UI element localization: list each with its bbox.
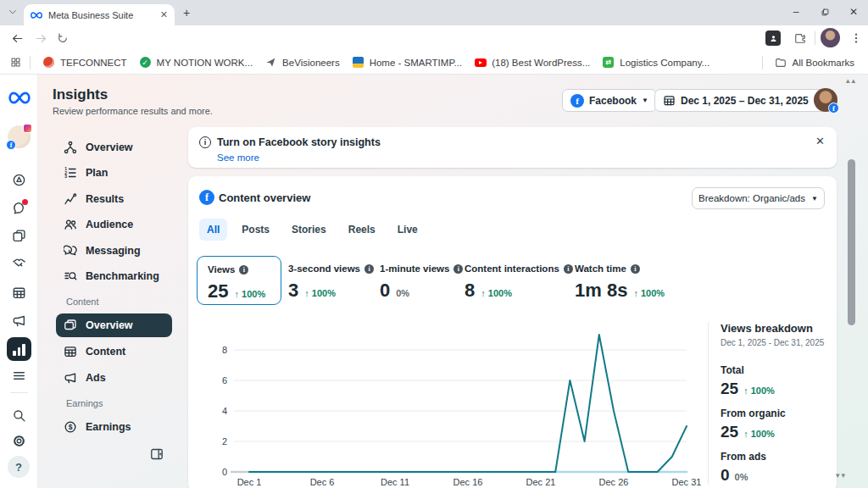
breakdown-value: 0 (721, 466, 730, 485)
see-more-link[interactable]: See more (217, 152, 259, 163)
tab-close-icon[interactable]: ✕ (160, 9, 168, 20)
restore-button[interactable] (810, 0, 839, 24)
metric-content-interactions[interactable]: Content interactionsi 8 ↑ 100% (465, 263, 573, 302)
bookmark-item[interactable]: TEFCONNECT (37, 53, 132, 71)
bookmarks-bar: TEFCONNECT✓ MY NOTION WORK... BeVisionee… (0, 51, 868, 75)
info-icon[interactable]: i (239, 265, 248, 274)
info-icon[interactable]: i (564, 264, 573, 274)
date-range-button[interactable]: Dec 1, 2025 – Dec 31, 2025 ▼ (654, 89, 829, 112)
bookmarks-list: TEFCONNECT✓ MY NOTION WORK... BeVisionee… (37, 53, 755, 71)
tab-list-chevron-icon[interactable] (8, 7, 18, 17)
collapse-sidebar-icon[interactable] (150, 447, 164, 461)
bookmark-item[interactable]: Home - SMARTIMP... (347, 53, 468, 71)
breakdown-value: 25 (721, 423, 738, 441)
extensions-puzzle-icon[interactable] (790, 28, 810, 48)
content-overview-title: Content overview (219, 191, 310, 204)
sidebar-item-benchmarking[interactable]: Benchmarking (56, 264, 172, 288)
info-icon[interactable]: i (631, 264, 640, 274)
metric-watch-time[interactable]: Watch timei 1m 8s ↑ 100% (575, 263, 665, 302)
breakdown-dropdown[interactable]: Breakdown: Organic/ads ▼ (692, 187, 825, 209)
sidebar-item-plan[interactable]: 123 Plan (56, 161, 172, 185)
sidebar-item-audience[interactable]: Audience (56, 213, 172, 236)
bookmarks-separator-right (762, 56, 763, 69)
new-tab-button[interactable]: + (183, 6, 190, 19)
sidebar-item-label: Messaging (86, 245, 141, 257)
close-window-button[interactable]: ✕ (839, 0, 868, 24)
ads-megaphone-icon[interactable] (0, 313, 38, 328)
metric-views[interactable]: Viewsi 25 ↑ 100% (197, 256, 281, 305)
commerce-handshake-icon[interactable] (0, 256, 38, 270)
sidebar-item-label: Benchmarking (86, 270, 159, 282)
sidebar-item-content[interactable]: Content (56, 340, 172, 363)
panel-title: Views breakdown (721, 322, 827, 335)
metric-delta: ↑ 100% (481, 288, 512, 298)
sidebar-item-label: Plan (86, 167, 108, 179)
metric-1-minute-views[interactable]: 1-minute viewsi 0 0% (380, 263, 463, 302)
info-icon[interactable]: i (453, 264, 463, 274)
insights-bar-chart-icon[interactable] (7, 337, 31, 361)
tab-all[interactable]: All (199, 219, 227, 241)
settings-gear-icon[interactable] (0, 434, 38, 448)
business-avatar[interactable]: f (0, 125, 38, 148)
bookmark-label: (18) Best WordPress... (492, 58, 590, 68)
bookmark-item[interactable]: (18) Best WordPress... (469, 53, 595, 71)
views-line-chart[interactable]: 02468Dec 1Dec 6Dec 11Dec 16Dec 21Dec 26D… (197, 316, 705, 488)
tab-posts[interactable]: Posts (234, 219, 277, 241)
forward-icon[interactable] (31, 28, 51, 48)
ads-manager-icon[interactable] (0, 173, 38, 187)
sidebar-item-overview[interactable]: Overview (56, 313, 172, 337)
meta-logo-icon[interactable] (0, 91, 38, 105)
breakdown-label: Total (721, 364, 775, 376)
metric-3-second-views[interactable]: 3-second viewsi 3 ↑ 100% (288, 263, 374, 302)
scroll-up-icons[interactable]: ▴▴ (846, 76, 857, 85)
info-icon: i (199, 136, 211, 148)
planner-calendar-icon[interactable] (0, 286, 38, 300)
sidebar-item-overview[interactable]: Overview (56, 136, 172, 159)
scroll-down-icons[interactable]: ▾▾ (836, 471, 847, 480)
reload-icon[interactable] (53, 28, 73, 48)
metric-value: 25 (208, 280, 228, 302)
bookmark-label: TEFCONNECT (60, 58, 127, 68)
sidebar-item-results[interactable]: Results (56, 187, 172, 211)
metric-delta: ↑ 100% (234, 289, 265, 299)
tab-live[interactable]: Live (390, 219, 426, 241)
apps-grid-icon[interactable] (10, 57, 21, 68)
bookmark-item[interactable]: ⇄ Logistics Company... (597, 53, 715, 71)
all-tools-menu-icon[interactable] (0, 369, 38, 383)
bookmark-item[interactable]: ✓ MY NOTION WORK... (134, 53, 259, 71)
header-profile-avatar[interactable]: f (814, 88, 837, 112)
back-icon[interactable] (7, 28, 27, 48)
all-bookmarks-button[interactable]: All Bookmarks (770, 53, 860, 71)
svg-text:3: 3 (64, 175, 67, 180)
metric-delta: 0% (396, 288, 409, 298)
sidebar-item-messaging[interactable]: Messaging (56, 239, 172, 263)
content-stack-icon[interactable] (0, 229, 38, 243)
sidebar-section-earnings: Earnings (66, 398, 103, 408)
close-banner-icon[interactable]: ✕ (815, 135, 825, 147)
bookmark-label: Logistics Company... (620, 58, 709, 68)
breakdown-row-from-ads: From ads 0 0% (721, 451, 766, 485)
sidebar-item-earnings[interactable]: $ Earnings (56, 415, 172, 439)
pinned-extension-icon[interactable] (765, 30, 781, 46)
date-range-label: Dec 1, 2025 – Dec 31, 2025 (681, 95, 809, 107)
breakdown-row-from-organic: From organic 25 ↑ 100% (721, 408, 786, 441)
facebook-badge-icon: f (6, 140, 16, 150)
info-icon[interactable]: i (364, 264, 374, 274)
sidebar-item-ads[interactable]: Ads (56, 366, 172, 390)
platform-selector-button[interactable]: f Facebook ▼ (562, 89, 657, 112)
inbox-chat-icon[interactable] (0, 201, 38, 215)
tab-stories[interactable]: Stories (284, 219, 334, 241)
bookmark-item[interactable]: BeVisioneers (259, 53, 345, 71)
breakdown-value: 25 (721, 380, 738, 398)
scrollbar-thumb[interactable] (848, 159, 855, 325)
bookmark-label: BeVisioneers (282, 58, 340, 68)
minimize-button[interactable]: – (782, 0, 810, 24)
search-icon[interactable] (0, 408, 38, 423)
kebab-menu-icon[interactable] (846, 28, 866, 48)
browser-profile-avatar[interactable] (821, 28, 840, 47)
help-icon[interactable]: ? (8, 456, 30, 478)
toolbar-separator (815, 31, 815, 45)
browser-tab[interactable]: Meta Business Suite ✕ (24, 4, 175, 25)
tab-reels[interactable]: Reels (341, 219, 383, 241)
tefconnect-favicon (42, 56, 55, 69)
